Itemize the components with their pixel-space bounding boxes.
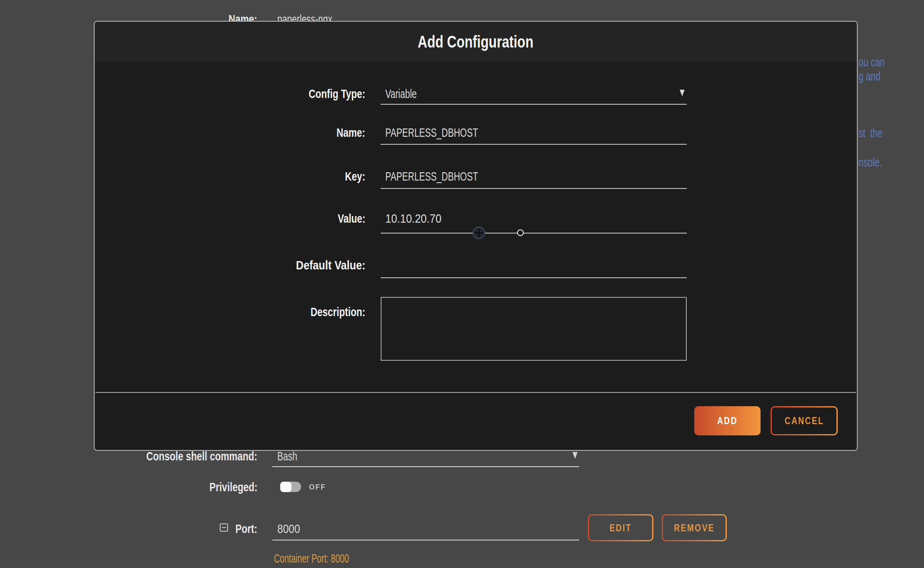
description-label: Description: xyxy=(198,305,365,319)
collapse-port-icon[interactable] xyxy=(220,523,228,532)
cancel-button[interactable]: CANCEL xyxy=(771,406,838,435)
port-value[interactable]: 8000 xyxy=(277,522,305,535)
privileged-toggle[interactable] xyxy=(280,482,301,492)
dropdown-arrow-icon[interactable] xyxy=(680,90,685,96)
name-field-label: Name: xyxy=(198,126,365,139)
key-field-label: Key: xyxy=(198,170,365,183)
privileged-label: Privileged: xyxy=(193,480,257,494)
config-type-underline xyxy=(381,104,687,105)
console-shell-command-value[interactable]: Bash xyxy=(277,450,306,463)
config-type-label: Config Type: xyxy=(198,87,365,101)
key-field-underline xyxy=(381,188,687,189)
name-field-value[interactable]: PAPERLESS_DBHOST xyxy=(385,126,518,139)
help-text-line: ou can xyxy=(859,56,896,68)
value-field-value[interactable]: 10.10.20.70 xyxy=(385,212,451,225)
dialog-footer-divider xyxy=(95,392,856,393)
help-text-line: st the xyxy=(859,127,893,139)
config-type-value[interactable]: Variable xyxy=(385,87,430,101)
name-field-underline xyxy=(381,144,687,145)
remove-button[interactable]: REMOVE xyxy=(662,514,727,541)
privileged-state: OFF xyxy=(309,483,328,492)
circle-cursor-icon xyxy=(517,229,524,236)
value-field-underline xyxy=(381,233,687,234)
dialog-title: Add Configuration xyxy=(418,22,533,62)
dropdown-arrow-icon[interactable] xyxy=(572,452,578,459)
toggle-knob xyxy=(280,482,291,492)
dialog-header: Add Configuration xyxy=(95,22,857,62)
default-value-underline xyxy=(381,277,687,278)
port-label: Port: xyxy=(228,522,257,535)
value-field-label: Value: xyxy=(198,212,365,225)
port-underline xyxy=(272,540,579,540)
edit-button[interactable]: EDIT xyxy=(588,514,653,541)
key-field-value[interactable]: PAPERLESS_DBHOST xyxy=(385,170,518,183)
move-cursor-icon xyxy=(472,226,485,239)
help-text-line: g and xyxy=(859,70,890,83)
add-button[interactable]: ADD xyxy=(694,406,761,435)
container-port-text: Container Port: 8000 xyxy=(274,552,389,565)
help-text-line: nsole. xyxy=(859,156,892,168)
console-underline xyxy=(272,466,579,467)
console-shell-command-label: Console shell command: xyxy=(109,450,257,463)
default-value-label: Default Value: xyxy=(198,259,365,272)
description-input[interactable] xyxy=(381,297,687,361)
